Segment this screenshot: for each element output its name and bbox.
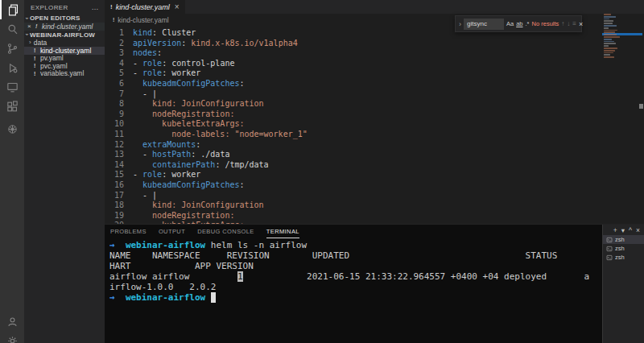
- line-number: 13: [105, 150, 124, 160]
- code-text: - |: [133, 89, 157, 100]
- sidebar-item-pvc.yaml[interactable]: !pvc.yaml: [24, 62, 105, 70]
- activity-bar: [0, 0, 24, 343]
- sidebar-item-variables.yaml[interactable]: !variables.yaml: [24, 70, 105, 78]
- open-editor-label: kind-cluster.yaml: [42, 23, 93, 31]
- terminal-icon: [606, 237, 613, 243]
- yaml-file-icon: !: [110, 3, 113, 10]
- line-number: 15: [105, 170, 124, 180]
- sidebar-more-actions-icon[interactable]: …: [92, 3, 99, 11]
- line-number: 3: [105, 48, 124, 59]
- explorer-icon[interactable]: [0, 0, 24, 19]
- close-panel-icon[interactable]: ×: [636, 226, 640, 234]
- code-text: - hostPath: ./data: [133, 150, 229, 160]
- find-close-icon[interactable]: ×: [579, 20, 583, 28]
- code-text: kind: JoinConfiguration: [133, 200, 264, 211]
- terminal-list-item-3[interactable]: zsh: [603, 253, 644, 262]
- code-line: 15- role: worker: [105, 170, 607, 180]
- line-number: 11: [105, 130, 124, 140]
- whole-word-icon[interactable]: ab: [516, 20, 522, 27]
- code-line: 2apiVersion: kind.x-k8s.io/v1alpha4: [105, 39, 607, 49]
- find-expand-icon[interactable]: ›: [459, 20, 461, 28]
- panel-tab-problems[interactable]: PROBLEMS: [110, 225, 147, 238]
- kubernetes-icon[interactable]: [0, 119, 24, 138]
- line-number: 16: [105, 180, 124, 191]
- terminal-label: zsh: [615, 245, 625, 252]
- chevron-down-icon: ›: [23, 34, 30, 36]
- panel-tab-output[interactable]: OUTPUT: [159, 225, 185, 238]
- terminal-label: zsh: [615, 236, 625, 243]
- regex-icon[interactable]: .*: [526, 20, 530, 27]
- code-text: kubeletExtraArgs:: [133, 119, 244, 130]
- terminal-cursor: [211, 292, 217, 303]
- code-line: 4- role: control-plane: [105, 59, 607, 69]
- code-text: extraMounts:: [133, 140, 200, 151]
- line-number: 17: [105, 191, 124, 201]
- find-in-selection-icon[interactable]: ≡: [572, 20, 576, 27]
- tab-kind-cluster-yaml[interactable]: ! kind-cluster.yaml ×: [105, 0, 186, 14]
- terminal-list-item-1[interactable]: zsh: [603, 235, 644, 244]
- run-and-debug-icon[interactable]: [0, 58, 24, 77]
- chevron-down-icon: ›: [23, 17, 30, 19]
- find-next-icon[interactable]: ↓: [567, 20, 570, 27]
- code-text: nodeRegistration:: [133, 211, 234, 221]
- code-text: - role: worker: [133, 170, 200, 180]
- open-editors-section[interactable]: › OPEN EDITORS: [24, 14, 105, 23]
- find-previous-icon[interactable]: ↑: [561, 20, 564, 27]
- terminal-line: irflow-1.0.0 2.0.2: [109, 282, 597, 292]
- tab-close-icon[interactable]: ×: [175, 2, 180, 11]
- line-number: 14: [105, 160, 124, 171]
- terminal-line: HART APP VERSION: [109, 261, 597, 271]
- workspace-section[interactable]: › WEBINAR-AIRFLOW: [24, 31, 105, 39]
- code-text: - role: control-plane: [133, 59, 234, 69]
- code-text: node-labels: "node=worker_1": [133, 130, 308, 140]
- code-line: 5- role: worker: [105, 68, 607, 79]
- search-icon[interactable]: [0, 19, 24, 39]
- code-line: 8 kind: JoinConfiguration: [105, 99, 607, 110]
- code-line: 11 node-labels: "node=worker_1": [105, 130, 607, 140]
- yaml-file-icon: !: [113, 17, 114, 23]
- code-text: - |: [133, 191, 157, 201]
- source-control-icon[interactable]: [0, 39, 24, 58]
- code-line: 14 containerPath: /tmp/data: [105, 160, 607, 171]
- code-text: kind: Cluster: [133, 28, 196, 39]
- new-terminal-icon[interactable]: +: [613, 226, 617, 234]
- line-number: 18: [105, 200, 124, 211]
- match-case-icon[interactable]: Aa: [506, 20, 514, 27]
- line-number: 19: [105, 211, 124, 221]
- code-line: 7 - |: [105, 89, 607, 100]
- minimap[interactable]: [604, 14, 638, 215]
- terminal-line: → webinar-airflow helm ls -n airflow: [109, 240, 597, 250]
- sidebar-item-kind-cluster.yaml[interactable]: !kind-cluster.yaml: [24, 47, 105, 55]
- breadcrumb-file: kind-cluster.yaml: [118, 16, 168, 24]
- terminal-dropdown-icon[interactable]: ▾: [621, 226, 625, 234]
- remote-explorer-icon[interactable]: [0, 77, 24, 97]
- yaml-file-icon: !: [34, 48, 38, 53]
- line-number: 6: [105, 79, 124, 89]
- file-label: data: [34, 39, 47, 48]
- panel-tab-terminal[interactable]: TERMINAL: [266, 225, 299, 238]
- close-icon[interactable]: ×: [27, 23, 33, 30]
- sidebar-item-pv.yaml[interactable]: !pv.yaml: [24, 55, 105, 63]
- extensions-icon[interactable]: [0, 97, 24, 116]
- terminal[interactable]: → webinar-airflow helm ls -n airflowNAME…: [109, 240, 597, 343]
- code-editor[interactable]: 1kind: Cluster2apiVersion: kind.x-k8s.io…: [105, 28, 607, 224]
- terminal-line: airflow airflow 1 2021-06-15 21:33:22.96…: [109, 271, 597, 282]
- maximize-panel-icon[interactable]: ^: [629, 226, 632, 234]
- code-line: 10 kubeletExtraArgs:: [105, 119, 607, 130]
- yaml-file-icon: !: [34, 63, 38, 68]
- code-text: nodeRegistration:: [133, 110, 234, 120]
- account-icon[interactable]: [0, 312, 24, 331]
- sidebar-item-data[interactable]: ›data: [24, 39, 105, 48]
- terminal-icon: [606, 254, 613, 261]
- code-line: 17 - |: [105, 191, 607, 201]
- code-line: 3nodes:: [105, 48, 607, 59]
- line-number: 12: [105, 140, 124, 151]
- terminal-list-item-2[interactable]: zsh: [603, 244, 644, 253]
- find-input[interactable]: [464, 19, 504, 30]
- code-line: 6 kubeadmConfigPatches:: [105, 79, 607, 89]
- line-number: 10: [105, 119, 124, 130]
- open-editor-item[interactable]: ×!kind-cluster.yaml: [24, 23, 105, 31]
- code-line: 12 extraMounts:: [105, 140, 607, 151]
- settings-gear-icon[interactable]: [0, 331, 24, 343]
- panel-tab-debug-console[interactable]: DEBUG CONSOLE: [197, 225, 254, 238]
